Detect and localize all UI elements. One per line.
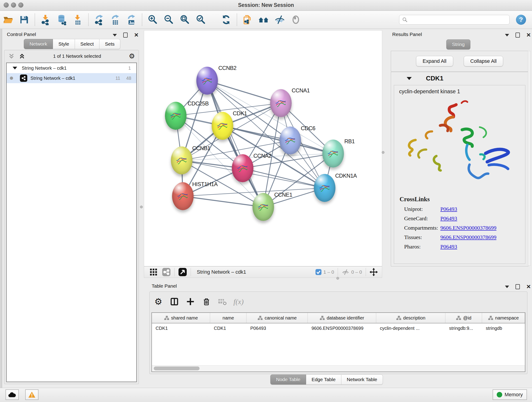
close-panel-icon[interactable]: ✕	[134, 33, 139, 37]
tab-network-table[interactable]: Network Table	[341, 375, 383, 385]
pan-move-icon[interactable]	[370, 268, 378, 276]
network-label: String Network – cdk1	[31, 76, 75, 81]
crosslink-label: Compartments:	[404, 225, 440, 231]
import-database-icon[interactable]	[55, 13, 68, 26]
crosslinks-section: CrossLinks Uniprot:P06493GeneCard:P06493…	[394, 196, 525, 250]
clone-network-icon[interactable]	[241, 13, 254, 26]
gene-section-header[interactable]: CDK1	[391, 72, 528, 85]
network-badge-icon[interactable]	[162, 268, 171, 276]
search-text-field[interactable]	[409, 17, 507, 23]
control-panel-window-buttons: ✕	[113, 32, 139, 38]
expand-all-button[interactable]: Expand All	[416, 56, 453, 66]
column-header-id[interactable]: @id	[445, 313, 482, 323]
export-table-icon[interactable]	[109, 13, 122, 26]
crosslink-link[interactable]: 9606.ENSP00000378699	[440, 234, 496, 240]
network-node-ccnb1[interactable]	[171, 147, 192, 174]
close-panel-icon[interactable]: ✕	[526, 284, 531, 289]
first-neighbors-icon[interactable]	[257, 13, 270, 26]
zoom-out-icon[interactable]	[162, 13, 175, 26]
network-node-rb1[interactable]	[322, 140, 344, 167]
tab-node-table[interactable]: Node Table	[270, 375, 306, 385]
network-row-selected[interactable]: String Network – cdk1 11 48	[7, 73, 136, 83]
table-cell: CDK1	[210, 323, 247, 333]
crosslink-link[interactable]: P06493	[440, 244, 457, 250]
network-selection-status: 1 of 1 Network selected	[25, 54, 129, 59]
zoom-selected-icon[interactable]	[195, 13, 207, 26]
collapse-all-chevron-icon[interactable]	[8, 53, 15, 60]
node-label-cdk1: CDK1	[233, 110, 247, 117]
toolbar-separator	[142, 13, 142, 26]
column-header-canonical-name[interactable]: canonical name	[247, 313, 308, 323]
crosslink-link[interactable]: 9606.ENSP00000378699	[440, 225, 496, 231]
collapse-all-button[interactable]: Collapse All	[464, 56, 503, 66]
column-header-namespace[interactable]: namespace	[482, 313, 525, 323]
column-header-database-identifier[interactable]: database identifier	[308, 313, 376, 323]
column-header-shared-name[interactable]: shared name	[152, 313, 210, 323]
help-button[interactable]: ?	[516, 15, 526, 25]
show-columns-icon[interactable]	[169, 297, 179, 307]
float-panel-icon[interactable]	[515, 284, 520, 289]
gene-details: cyclin-dependent kinase 1 CrossLinks Uni…	[394, 85, 525, 264]
collapse-panel-icon[interactable]	[505, 286, 509, 288]
network-node-ccnb2[interactable]	[196, 67, 218, 95]
table-row[interactable]: CDK1CDK1P064939606.ENSP00000378699cyclin…	[152, 323, 525, 333]
network-node-ccna1[interactable]	[270, 89, 292, 117]
crosslink-link[interactable]: P06493	[440, 216, 457, 222]
network-options-gear-icon[interactable]: ⚙	[129, 53, 135, 60]
tab-edge-table[interactable]: Edge Table	[306, 375, 341, 385]
tab-string[interactable]: String	[446, 39, 470, 50]
network-collection-row[interactable]: String Network – cdk1 1	[7, 63, 136, 73]
right-splitter-handle[interactable]	[382, 151, 385, 154]
tab-style[interactable]: Style	[53, 39, 75, 49]
left-splitter-handle[interactable]	[140, 206, 143, 208]
selected-checkbox-icon[interactable]	[315, 269, 322, 275]
tree-expander-icon[interactable]	[13, 67, 17, 70]
results-scrollbar[interactable]	[528, 51, 531, 266]
close-panel-icon[interactable]: ✕	[526, 33, 531, 37]
import-table-icon[interactable]	[71, 13, 84, 26]
scrollbar-thumb[interactable]	[154, 366, 200, 370]
show-all-icon[interactable]	[289, 13, 302, 26]
table-options-gear-icon[interactable]: ⚙	[153, 297, 163, 307]
network-node-cdc25b[interactable]	[165, 102, 186, 130]
tab-select[interactable]: Select	[75, 39, 99, 49]
network-canvas[interactable]: CCNB2 CCNA1 CDC25B CDK1 CDC6 RB1 CCNB1 C…	[144, 30, 382, 266]
collapse-panel-icon[interactable]	[113, 34, 117, 36]
network-node-cdk1[interactable]	[212, 112, 233, 140]
network-node-hist1h1a[interactable]	[172, 182, 194, 210]
warning-status-button[interactable]	[25, 389, 38, 400]
zoom-in-icon[interactable]	[146, 13, 159, 26]
network-node-cdkn1a[interactable]	[314, 174, 336, 202]
search-input[interactable]	[399, 15, 510, 25]
column-header-name[interactable]: name	[210, 313, 247, 323]
memory-button[interactable]: Memory	[493, 389, 527, 400]
refresh-icon[interactable]	[220, 13, 233, 26]
collapse-panel-icon[interactable]	[505, 34, 509, 36]
section-expander-icon[interactable]	[407, 77, 412, 80]
cloud-status-button[interactable]	[6, 389, 19, 400]
crosslink-link[interactable]: P06493	[440, 206, 457, 212]
node-label-ccnb1: CCNB1	[192, 145, 210, 152]
network-node-ccna2[interactable]	[232, 154, 253, 182]
zoom-fit-icon[interactable]	[178, 13, 191, 26]
network-node-cdc6[interactable]	[279, 127, 301, 154]
tab-sets[interactable]: Sets	[99, 39, 120, 49]
birds-eye-view-icon[interactable]	[178, 268, 187, 276]
create-column-icon[interactable]	[185, 297, 196, 307]
table-horizontal-scrollbar[interactable]	[152, 365, 525, 371]
network-node-ccne1[interactable]	[253, 193, 274, 221]
bottom-splitter-handle[interactable]	[336, 277, 339, 280]
save-icon[interactable]	[18, 13, 31, 26]
float-panel-icon[interactable]	[515, 32, 520, 38]
open-file-icon[interactable]	[2, 13, 14, 26]
delete-column-icon[interactable]	[201, 297, 211, 307]
tab-network[interactable]: Network	[24, 39, 53, 49]
import-network-icon[interactable]	[39, 13, 52, 26]
float-panel-icon[interactable]	[123, 32, 128, 38]
hide-selected-icon[interactable]	[273, 13, 286, 26]
column-header-description[interactable]: description	[376, 313, 445, 323]
expand-all-chevron-icon[interactable]	[19, 53, 25, 60]
export-network-icon[interactable]	[93, 13, 106, 26]
grid-view-icon[interactable]	[150, 268, 157, 276]
export-image-icon[interactable]	[125, 13, 138, 26]
